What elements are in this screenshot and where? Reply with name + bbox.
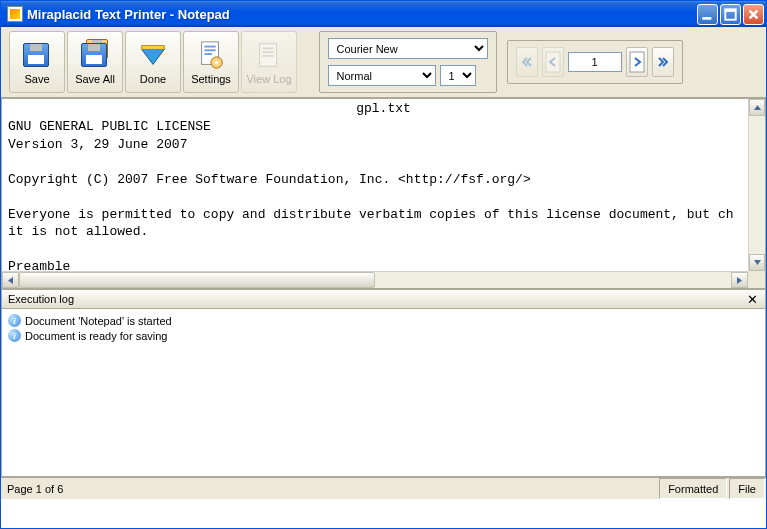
- window-title: Miraplacid Text Printer - Notepad: [27, 7, 697, 22]
- log-header: Execution log ✕: [1, 289, 766, 309]
- font-style-select[interactable]: Normal: [328, 65, 436, 86]
- close-button[interactable]: [743, 4, 764, 25]
- document-view: gpl.txt GNU GENERAL PUBLIC LICENSE Versi…: [1, 98, 766, 289]
- minimize-button[interactable]: [697, 4, 718, 25]
- done-label: Done: [140, 73, 166, 85]
- prev-page-button: [542, 47, 564, 77]
- svg-marker-18: [754, 260, 761, 265]
- status-page: Page 1 of 6: [1, 478, 70, 499]
- document-filename: gpl.txt: [2, 99, 765, 116]
- app-icon: [7, 6, 23, 22]
- save-all-label: Save All: [75, 73, 115, 85]
- last-page-button[interactable]: [652, 47, 674, 77]
- log-text: Document is ready for saving: [25, 330, 167, 342]
- save-label: Save: [24, 73, 49, 85]
- svg-marker-17: [754, 105, 761, 110]
- svg-rect-15: [546, 52, 560, 72]
- view-log-icon: [253, 39, 285, 71]
- page-number-input[interactable]: [568, 52, 622, 72]
- save-all-button[interactable]: Save All: [67, 31, 123, 93]
- scroll-down-icon[interactable]: [749, 254, 765, 271]
- font-selectors: Courier New Normal 10: [319, 31, 497, 93]
- scroll-corner: [748, 271, 765, 288]
- done-button[interactable]: Done: [125, 31, 181, 93]
- settings-label: Settings: [191, 73, 231, 85]
- document-body[interactable]: GNU GENERAL PUBLIC LICENSE Version 3, 29…: [2, 116, 765, 288]
- status-formatted: Formatted: [659, 478, 727, 499]
- svg-rect-7: [204, 49, 215, 51]
- svg-rect-14: [262, 55, 273, 57]
- maximize-button[interactable]: [720, 4, 741, 25]
- save-all-icon: [79, 39, 111, 71]
- window-controls: [697, 4, 764, 25]
- svg-marker-19: [8, 277, 13, 284]
- log-close-button[interactable]: ✕: [745, 292, 759, 306]
- svg-point-10: [215, 61, 219, 65]
- done-icon: [137, 39, 169, 71]
- status-file: File: [729, 478, 765, 499]
- font-family-select[interactable]: Courier New: [328, 38, 488, 59]
- log-line: i Document 'Notepad' is started: [8, 313, 759, 328]
- svg-rect-4: [142, 46, 165, 50]
- log-body: i Document 'Notepad' is started i Docume…: [1, 309, 766, 477]
- titlebar: Miraplacid Text Printer - Notepad: [1, 1, 766, 27]
- save-button[interactable]: Save: [9, 31, 65, 93]
- settings-icon: [195, 39, 227, 71]
- svg-marker-20: [737, 277, 742, 284]
- svg-rect-12: [262, 48, 273, 50]
- font-size-select[interactable]: 10: [440, 65, 476, 86]
- vertical-scrollbar[interactable]: [748, 99, 765, 271]
- svg-marker-3: [142, 49, 165, 64]
- svg-rect-13: [262, 51, 273, 53]
- page-navigation: [507, 40, 683, 84]
- toolbar: Save Save All Done Settings View Log: [1, 27, 766, 98]
- next-page-button[interactable]: [626, 47, 648, 77]
- horizontal-scrollbar[interactable]: [2, 271, 748, 288]
- svg-rect-6: [204, 46, 215, 48]
- svg-rect-16: [630, 52, 644, 72]
- scroll-up-icon[interactable]: [749, 99, 765, 116]
- view-log-button: View Log: [241, 31, 297, 93]
- svg-rect-2: [725, 9, 735, 12]
- first-page-button: [516, 47, 538, 77]
- info-icon: i: [8, 329, 21, 342]
- log-text: Document 'Notepad' is started: [25, 315, 172, 327]
- svg-rect-8: [204, 53, 212, 55]
- scroll-thumb[interactable]: [19, 272, 375, 288]
- log-line: i Document is ready for saving: [8, 328, 759, 343]
- statusbar: Page 1 of 6 Formatted File: [1, 477, 766, 499]
- view-log-label: View Log: [246, 73, 291, 85]
- log-title: Execution log: [8, 293, 745, 305]
- save-icon: [21, 39, 53, 71]
- action-buttons: Save Save All Done Settings View Log: [9, 31, 297, 93]
- scroll-left-icon[interactable]: [2, 272, 19, 288]
- info-icon: i: [8, 314, 21, 327]
- svg-rect-0: [702, 17, 711, 20]
- scroll-right-icon[interactable]: [731, 272, 748, 288]
- settings-button[interactable]: Settings: [183, 31, 239, 93]
